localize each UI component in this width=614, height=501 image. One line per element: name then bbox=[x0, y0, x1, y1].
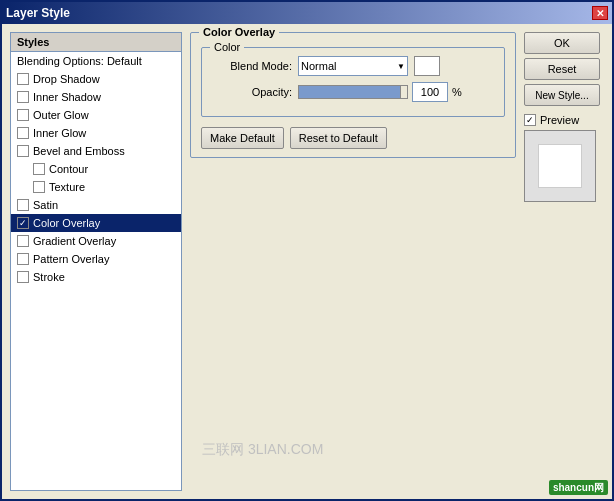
left-panel: Styles Blending Options: Default Drop Sh… bbox=[10, 32, 182, 491]
inner-shadow-item[interactable]: Inner Shadow bbox=[11, 88, 181, 106]
opacity-percent: % bbox=[452, 86, 462, 98]
opacity-slider[interactable] bbox=[298, 85, 408, 99]
opacity-slider-thumb bbox=[400, 85, 408, 99]
stroke-label: Stroke bbox=[33, 271, 65, 283]
layer-style-window: Layer Style ✕ Styles Blending Options: D… bbox=[0, 0, 614, 501]
blend-mode-label: Blend Mode: bbox=[212, 60, 292, 72]
bevel-emboss-label: Bevel and Emboss bbox=[33, 145, 125, 157]
outer-glow-label: Outer Glow bbox=[33, 109, 89, 121]
window-title: Layer Style bbox=[6, 6, 70, 20]
color-overlay-label: Color Overlay bbox=[33, 217, 100, 229]
watermark: 三联网 3LIAN.COM bbox=[202, 441, 323, 459]
opacity-slider-container: % bbox=[298, 82, 462, 102]
logo-area: shancun网 bbox=[549, 481, 608, 495]
pattern-overlay-checkbox[interactable] bbox=[17, 253, 29, 265]
gradient-overlay-checkbox[interactable] bbox=[17, 235, 29, 247]
contour-checkbox[interactable] bbox=[33, 163, 45, 175]
logo-badge: shancun网 bbox=[549, 480, 608, 495]
reset-button[interactable]: Reset bbox=[524, 58, 600, 80]
opacity-row: Opacity: % bbox=[212, 82, 494, 102]
blend-mode-wrapper: Normal Dissolve Multiply Screen Overlay bbox=[298, 56, 408, 76]
close-button[interactable]: ✕ bbox=[592, 6, 608, 20]
drop-shadow-item[interactable]: Drop Shadow bbox=[11, 70, 181, 88]
satin-label: Satin bbox=[33, 199, 58, 211]
satin-checkbox[interactable] bbox=[17, 199, 29, 211]
gradient-overlay-item[interactable]: Gradient Overlay bbox=[11, 232, 181, 250]
color-overlay-item[interactable]: Color Overlay bbox=[11, 214, 181, 232]
color-group-title: Color bbox=[210, 41, 244, 53]
color-overlay-checkbox[interactable] bbox=[17, 217, 29, 229]
texture-label: Texture bbox=[49, 181, 85, 193]
preview-inner bbox=[538, 144, 582, 188]
bevel-emboss-checkbox[interactable] bbox=[17, 145, 29, 157]
preview-section: Preview bbox=[524, 114, 604, 202]
new-style-button[interactable]: New Style... bbox=[524, 84, 600, 106]
blending-options-label: Blending Options: Default bbox=[17, 55, 142, 67]
preview-checkbox[interactable] bbox=[524, 114, 536, 126]
logo-subtext: 网 bbox=[594, 482, 604, 493]
preview-box bbox=[524, 130, 596, 202]
blend-mode-row: Blend Mode: Normal Dissolve Multiply Scr… bbox=[212, 56, 494, 76]
opacity-slider-track bbox=[299, 86, 407, 98]
color-overlay-group: Color Overlay Color Blend Mode: Normal D… bbox=[190, 32, 516, 158]
opacity-label: Opacity: bbox=[212, 86, 292, 98]
pattern-overlay-label: Pattern Overlay bbox=[33, 253, 109, 265]
contour-item[interactable]: Contour bbox=[11, 160, 181, 178]
window-content: Styles Blending Options: Default Drop Sh… bbox=[2, 24, 612, 499]
title-bar: Layer Style ✕ bbox=[2, 2, 612, 24]
satin-item[interactable]: Satin bbox=[11, 196, 181, 214]
color-group: Color Blend Mode: Normal Dissolve Multip… bbox=[201, 47, 505, 117]
make-default-button[interactable]: Make Default bbox=[201, 127, 284, 149]
inner-shadow-checkbox[interactable] bbox=[17, 91, 29, 103]
inner-glow-label: Inner Glow bbox=[33, 127, 86, 139]
texture-checkbox[interactable] bbox=[33, 181, 45, 193]
center-panel: Color Overlay Color Blend Mode: Normal D… bbox=[190, 32, 516, 491]
layer-list: Blending Options: Default Drop Shadow In… bbox=[11, 52, 181, 490]
preview-label: Preview bbox=[540, 114, 579, 126]
pattern-overlay-item[interactable]: Pattern Overlay bbox=[11, 250, 181, 268]
gradient-overlay-label: Gradient Overlay bbox=[33, 235, 116, 247]
inner-glow-checkbox[interactable] bbox=[17, 127, 29, 139]
inner-glow-item[interactable]: Inner Glow bbox=[11, 124, 181, 142]
stroke-item[interactable]: Stroke bbox=[11, 268, 181, 286]
bevel-emboss-item[interactable]: Bevel and Emboss bbox=[11, 142, 181, 160]
ok-button[interactable]: OK bbox=[524, 32, 600, 54]
drop-shadow-checkbox[interactable] bbox=[17, 73, 29, 85]
preview-label-row: Preview bbox=[524, 114, 604, 126]
outer-glow-item[interactable]: Outer Glow bbox=[11, 106, 181, 124]
right-panel: OK Reset New Style... Preview bbox=[524, 32, 604, 491]
texture-item[interactable]: Texture bbox=[11, 178, 181, 196]
blend-mode-select[interactable]: Normal Dissolve Multiply Screen Overlay bbox=[298, 56, 408, 76]
reset-to-default-button[interactable]: Reset to Default bbox=[290, 127, 387, 149]
buttons-row: Make Default Reset to Default bbox=[201, 127, 505, 149]
stroke-checkbox[interactable] bbox=[17, 271, 29, 283]
contour-label: Contour bbox=[49, 163, 88, 175]
blending-options-item[interactable]: Blending Options: Default bbox=[11, 52, 181, 70]
opacity-input[interactable] bbox=[412, 82, 448, 102]
drop-shadow-label: Drop Shadow bbox=[33, 73, 100, 85]
outer-glow-checkbox[interactable] bbox=[17, 109, 29, 121]
inner-shadow-label: Inner Shadow bbox=[33, 91, 101, 103]
color-swatch[interactable] bbox=[414, 56, 440, 76]
logo-text: shancun bbox=[553, 482, 594, 493]
color-overlay-group-title: Color Overlay bbox=[199, 26, 279, 38]
styles-header: Styles bbox=[11, 33, 181, 52]
